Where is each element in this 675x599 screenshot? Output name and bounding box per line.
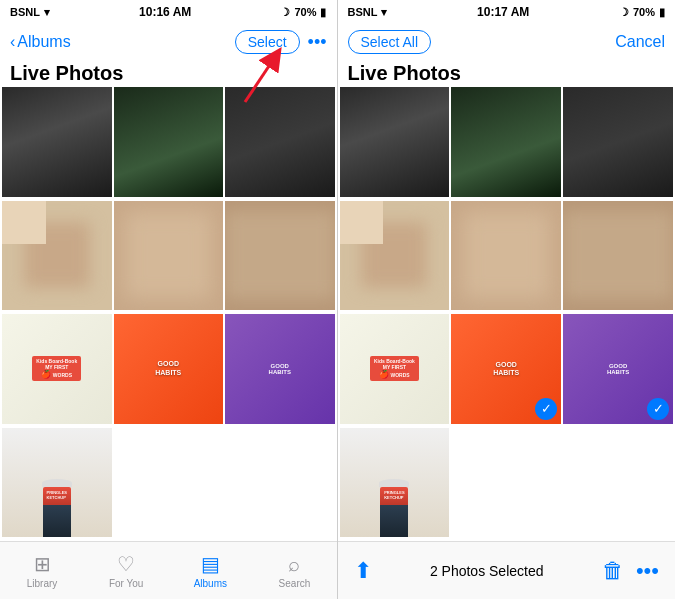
photo-cell-10 xyxy=(114,428,224,538)
right-bottom-bar: ⬆ 2 Photos Selected 🗑 ••• xyxy=(338,541,676,599)
left-status-right: ☽ 70% ▮ xyxy=(280,6,326,19)
right-photo-9[interactable]: PRINGLESKETCHUP xyxy=(340,428,450,538)
for-you-icon: ♡ xyxy=(117,552,135,576)
right-photo-0[interactable] xyxy=(340,87,450,197)
left-status-bar: BSNL ▾ 10:16 AM ☽ 70% ▮ xyxy=(0,0,337,22)
right-battery-icon: ▮ xyxy=(659,6,665,19)
right-photo-5[interactable] xyxy=(563,201,673,311)
trash-icon[interactable]: 🗑 xyxy=(602,558,624,584)
cancel-button[interactable]: Cancel xyxy=(615,33,665,51)
left-back-label[interactable]: Albums xyxy=(17,33,70,51)
selection-badge-8: ✓ xyxy=(647,398,669,420)
right-photo-1[interactable] xyxy=(451,87,561,197)
left-panel: BSNL ▾ 10:16 AM ☽ 70% ▮ ‹ Albums Select … xyxy=(0,0,338,599)
left-time: 10:16 AM xyxy=(139,5,191,19)
more-options-icon[interactable]: ••• xyxy=(636,558,659,584)
right-photo-grid: Kids Board-BookMY FIRST🍎 WORDS GOODHABIT… xyxy=(338,85,676,541)
right-status-left: BSNL ▾ xyxy=(348,6,388,19)
select-all-button[interactable]: Select All xyxy=(348,30,432,54)
right-header: Select All Cancel xyxy=(338,22,676,62)
left-wifi-icon: ▾ xyxy=(44,6,50,19)
right-photo-11 xyxy=(563,428,673,538)
left-header: ‹ Albums Select ••• xyxy=(0,22,337,62)
left-back-chevron: ‹ xyxy=(10,33,15,51)
right-carrier: BSNL xyxy=(348,6,378,18)
share-icon[interactable]: ⬆ xyxy=(354,558,372,584)
right-status-bar: BSNL ▾ 10:17 AM ☽ 70% ▮ xyxy=(338,0,676,22)
tab-albums[interactable]: ▤ Albums xyxy=(168,542,252,599)
tab-for-you-label: For You xyxy=(109,578,143,589)
left-tab-bar: ⊞ Library ♡ For You ▤ Albums ⌕ Search xyxy=(0,541,337,599)
photo-cell-9[interactable]: PRINGLESKETCHUP xyxy=(2,428,112,538)
library-icon: ⊞ xyxy=(34,552,51,576)
right-time: 10:17 AM xyxy=(477,5,529,19)
photo-cell-11 xyxy=(225,428,335,538)
right-photo-7[interactable]: GOODHABITS ✓ xyxy=(451,314,561,424)
photo-cell-4[interactable] xyxy=(114,201,224,311)
more-button[interactable]: ••• xyxy=(308,32,327,53)
right-photo-3[interactable] xyxy=(340,201,450,311)
arrow-annotation xyxy=(205,47,285,107)
photo-cell-5[interactable] xyxy=(225,201,335,311)
tab-library-label: Library xyxy=(27,578,58,589)
search-icon: ⌕ xyxy=(288,553,300,576)
right-wifi-icon: ▾ xyxy=(381,6,387,19)
right-photo-2[interactable] xyxy=(563,87,673,197)
right-photo-6[interactable]: Kids Board-BookMY FIRST🍎 WORDS xyxy=(340,314,450,424)
albums-icon: ▤ xyxy=(201,552,220,576)
tab-library[interactable]: ⊞ Library xyxy=(0,542,84,599)
right-photo-10 xyxy=(451,428,561,538)
svg-line-0 xyxy=(245,57,275,102)
photo-cell-3[interactable] xyxy=(2,201,112,311)
photo-cell-0[interactable] xyxy=(2,87,112,197)
left-moon-icon: ☽ xyxy=(280,6,290,19)
photo-cell-6[interactable]: Kids Board-BookMY FIRST🍎 WORDS xyxy=(2,314,112,424)
tab-for-you[interactable]: ♡ For You xyxy=(84,542,168,599)
right-page-title: Live Photos xyxy=(338,62,676,85)
tab-search-label: Search xyxy=(279,578,311,589)
left-page-title: Live Photos xyxy=(0,62,337,85)
right-battery: 70% xyxy=(633,6,655,18)
right-moon-icon: ☽ xyxy=(619,6,629,19)
left-status-left: BSNL ▾ xyxy=(10,6,50,19)
left-battery: 70% xyxy=(294,6,316,18)
photo-cell-8[interactable]: GOODHABITS xyxy=(225,314,335,424)
left-back-button[interactable]: ‹ Albums xyxy=(10,33,71,51)
right-photo-8[interactable]: GOODHABITS ✓ xyxy=(563,314,673,424)
right-status-right: ☽ 70% ▮ xyxy=(619,6,665,19)
right-photo-4[interactable] xyxy=(451,201,561,311)
left-carrier: BSNL xyxy=(10,6,40,18)
left-photo-grid: Kids Board-BookMY FIRST🍎 WORDS GOODHABIT… xyxy=(0,85,337,541)
photo-cell-7[interactable]: GOODHABITS xyxy=(114,314,224,424)
selection-badge-7: ✓ xyxy=(535,398,557,420)
left-battery-icon: ▮ xyxy=(320,6,326,19)
right-panel: BSNL ▾ 10:17 AM ☽ 70% ▮ Select All Cance… xyxy=(338,0,676,599)
tab-search[interactable]: ⌕ Search xyxy=(252,542,336,599)
selection-count-label: 2 Photos Selected xyxy=(430,563,544,579)
tab-albums-label: Albums xyxy=(194,578,227,589)
